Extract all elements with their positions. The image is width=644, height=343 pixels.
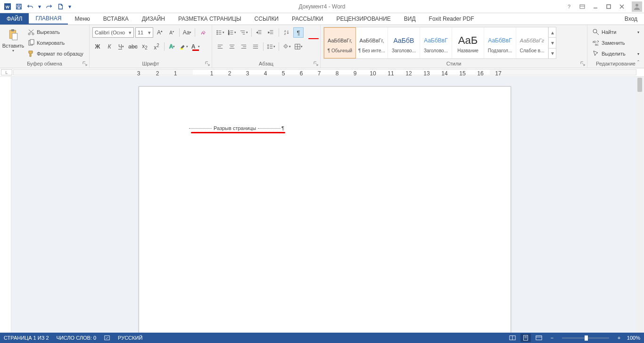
align-left-button[interactable]: [215, 41, 225, 52]
svg-rect-20: [181, 49, 183, 50]
maximize-icon[interactable]: [603, 2, 615, 11]
status-page[interactable]: СТРАНИЦА 1 ИЗ 2: [4, 335, 49, 341]
zoom-level[interactable]: 100%: [627, 335, 640, 341]
style-subtitle[interactable]: АаБбВвГПодзагол...: [484, 27, 516, 58]
minimize-icon[interactable]: [589, 2, 602, 11]
styles-scroll-down-icon[interactable]: ▾: [549, 37, 556, 48]
zoom-slider[interactable]: [562, 337, 609, 339]
tab-review[interactable]: РЕЦЕНЗИРОВАНИЕ: [330, 13, 397, 24]
sort-button[interactable]: AZ: [281, 27, 292, 38]
grow-font-button[interactable]: A▴: [155, 27, 165, 38]
text-effects-button[interactable]: A▾: [167, 41, 177, 52]
line-spacing-button[interactable]: ▾: [266, 41, 276, 52]
vertical-scrollbar[interactable]: [636, 77, 643, 333]
clipboard-launcher-icon[interactable]: [82, 60, 88, 67]
highlight-button[interactable]: ▾: [179, 41, 189, 52]
shrink-font-button[interactable]: A▾: [166, 27, 177, 38]
sign-in-link[interactable]: Вход: [618, 13, 644, 24]
styles-expand-icon[interactable]: ▾: [549, 48, 556, 58]
align-right-button[interactable]: [239, 41, 249, 52]
zoom-out-button[interactable]: −: [547, 334, 557, 342]
collapse-ribbon-icon[interactable]: ˆ: [635, 59, 642, 67]
bullets-button[interactable]: ▾: [215, 27, 225, 38]
user-avatar-icon[interactable]: [632, 1, 642, 12]
tab-insert[interactable]: ВСТАВКА: [97, 13, 135, 24]
tab-references[interactable]: ССЫЛКИ: [248, 13, 285, 24]
view-print-layout-icon[interactable]: [520, 334, 531, 342]
status-words[interactable]: ЧИСЛО СЛОВ: 0: [57, 335, 97, 341]
borders-button[interactable]: ▾: [293, 41, 304, 52]
change-case-button[interactable]: Aa▾: [182, 27, 192, 38]
redo-icon[interactable]: [44, 2, 54, 11]
italic-button[interactable]: К: [104, 41, 115, 52]
font-launcher-icon[interactable]: [204, 60, 211, 67]
font-name-combo[interactable]: Calibri (Осно▾: [92, 27, 134, 38]
multilevel-list-button[interactable]: ▾: [239, 27, 249, 38]
zoom-slider-thumb[interactable]: [585, 335, 588, 341]
ribbon-display-icon[interactable]: [576, 2, 588, 11]
undo-icon[interactable]: [25, 2, 35, 11]
font-size-combo[interactable]: 11▾: [135, 27, 153, 38]
style-weak[interactable]: АаБбВвГгСлабое в...: [516, 27, 548, 58]
vertical-ruler[interactable]: [0, 77, 11, 333]
horizontal-ruler[interactable]: 3 2 1 1 2 3 4 5 6 7 8 9 10 11 12 13 14 1…: [13, 69, 636, 75]
align-center-button[interactable]: [227, 41, 237, 52]
word-app-icon[interactable]: W: [3, 2, 12, 11]
help-icon[interactable]: ?: [563, 2, 575, 11]
shading-button[interactable]: ▾: [281, 41, 292, 52]
zoom-in-button[interactable]: +: [614, 334, 624, 342]
cut-button[interactable]: Вырезать: [25, 27, 85, 37]
save-icon[interactable]: [14, 2, 24, 11]
view-web-layout-icon[interactable]: [534, 334, 544, 342]
window-controls: ?: [563, 1, 644, 12]
tab-menu[interactable]: Меню: [68, 13, 96, 24]
decrease-indent-button[interactable]: [254, 27, 264, 38]
svg-point-15: [28, 33, 30, 35]
view-read-mode-icon[interactable]: [507, 334, 518, 342]
tab-page-layout[interactable]: РАЗМЕТКА СТРАНИЦЫ: [172, 13, 248, 24]
find-button[interactable]: Найти▾: [590, 27, 641, 37]
tab-design[interactable]: ДИЗАЙН: [135, 13, 172, 24]
status-proofing[interactable]: [104, 335, 110, 341]
justify-button[interactable]: [250, 41, 261, 52]
tab-selector[interactable]: L: [1, 69, 12, 75]
document-scroll[interactable]: Разрыв страницы ¶: [11, 77, 644, 333]
group-clipboard: Вставить ▾ Вырезать Копировать Формат по…: [0, 25, 90, 68]
tab-view[interactable]: ВИД: [397, 13, 422, 24]
page[interactable]: Разрыв страницы ¶: [139, 86, 511, 333]
style-normal[interactable]: АаБбВвГг,¶ Обычный: [324, 27, 356, 58]
tab-foxit[interactable]: Foxit Reader PDF: [422, 13, 481, 24]
paste-button[interactable]: Вставить ▾: [3, 27, 24, 53]
scrollbar-thumb[interactable]: [637, 78, 642, 92]
underline-button[interactable]: Ч▾: [116, 41, 126, 52]
new-doc-icon[interactable]: [56, 2, 65, 11]
paragraph-launcher-icon[interactable]: [313, 60, 319, 67]
close-icon[interactable]: [616, 2, 628, 11]
qat-customize-icon[interactable]: ▾: [67, 2, 73, 11]
style-heading2[interactable]: АаБбВвГЗаголово...: [420, 27, 452, 58]
format-painter-button[interactable]: Формат по образцу: [25, 49, 85, 59]
copy-button[interactable]: Копировать: [25, 38, 85, 48]
strikethrough-button[interactable]: abc: [128, 41, 138, 52]
superscript-button[interactable]: x2: [151, 41, 162, 52]
styles-scroll-up-icon[interactable]: ▴: [549, 27, 556, 37]
undo-dropdown-icon[interactable]: ▾: [37, 2, 42, 11]
style-title[interactable]: АаБНазвание: [452, 27, 484, 58]
tab-file[interactable]: ФАЙЛ: [0, 13, 29, 24]
tab-mailings[interactable]: РАССЫЛКИ: [285, 13, 330, 24]
status-language[interactable]: РУССКИЙ: [118, 335, 142, 341]
style-nospacing[interactable]: АаБбВвГг,¶ Без инте...: [356, 27, 388, 58]
numbering-button[interactable]: 123▾: [227, 27, 237, 38]
font-color-button[interactable]: A▾: [190, 41, 201, 52]
replace-button[interactable]: abacЗаменить: [590, 38, 641, 48]
bold-button[interactable]: Ж: [92, 41, 103, 52]
styles-launcher-icon[interactable]: [579, 60, 586, 67]
increase-indent-button[interactable]: [266, 27, 276, 38]
style-heading1[interactable]: АаБбВЗаголово...: [388, 27, 420, 58]
select-button[interactable]: Выделить▾: [590, 49, 641, 59]
tab-home[interactable]: ГЛАВНАЯ: [29, 13, 68, 24]
clear-formatting-button[interactable]: A: [198, 27, 208, 38]
subscript-button[interactable]: x2: [140, 41, 150, 52]
show-paragraph-marks-button[interactable]: ¶: [293, 27, 304, 38]
svg-point-11: [636, 4, 638, 7]
